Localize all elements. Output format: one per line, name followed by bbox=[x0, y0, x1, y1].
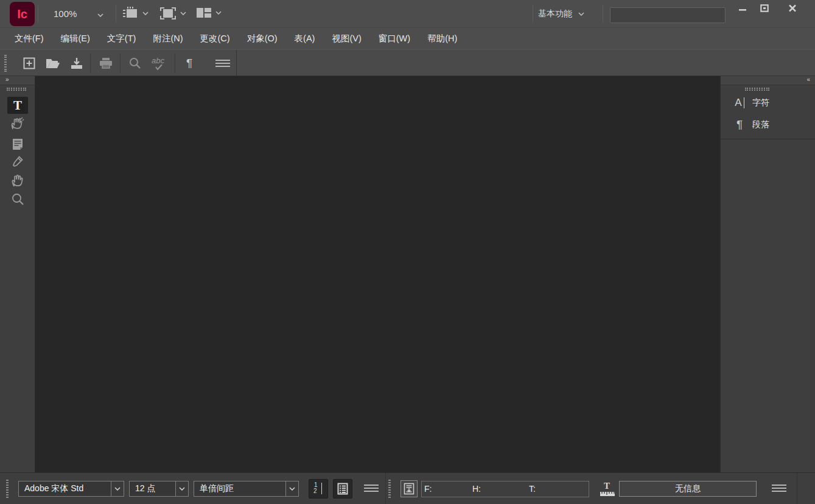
minimize-icon bbox=[738, 5, 747, 12]
zoom-tool[interactable] bbox=[7, 191, 28, 208]
workspace-switcher[interactable]: 基本功能 bbox=[538, 0, 584, 27]
dock-header: « bbox=[721, 76, 815, 85]
minimize-button[interactable] bbox=[731, 0, 754, 16]
text-depth-indicator[interactable]: T bbox=[600, 480, 615, 497]
hand-tool[interactable] bbox=[7, 172, 28, 189]
font-family-select[interactable]: Adobe 宋体 Std bbox=[18, 481, 111, 497]
font-family-dropdown-button[interactable] bbox=[111, 481, 124, 497]
print-button[interactable] bbox=[97, 54, 115, 72]
divider bbox=[90, 54, 91, 73]
divider bbox=[38, 5, 38, 23]
font-family-value: Adobe 宋体 Std bbox=[24, 483, 83, 494]
info-menu-button[interactable] bbox=[772, 485, 786, 492]
new-document-icon bbox=[23, 57, 36, 70]
menu-edit[interactable]: 编辑(E) bbox=[55, 29, 96, 48]
hand-icon bbox=[11, 173, 24, 187]
type-tool[interactable]: T bbox=[7, 97, 28, 114]
story-editor-toggle[interactable] bbox=[333, 479, 352, 499]
toolbar-drag-handle[interactable] bbox=[4, 55, 7, 72]
divider bbox=[797, 473, 797, 504]
divider bbox=[533, 5, 533, 23]
view-options-dropdown[interactable] bbox=[122, 6, 149, 21]
maximize-icon bbox=[760, 4, 769, 12]
paragraph-panel-label: 段落 bbox=[752, 119, 769, 130]
quick-toolbar: abc ¶ bbox=[0, 49, 815, 76]
character-panel-icon: A bbox=[732, 97, 747, 108]
note-hand-icon bbox=[10, 117, 25, 130]
paragraph-panel-icon: ¶ bbox=[732, 118, 747, 131]
menu-help[interactable]: 帮助(H) bbox=[421, 29, 463, 48]
hamburger-menu-icon bbox=[215, 60, 230, 67]
dock-drag-handle[interactable] bbox=[745, 88, 769, 91]
menu-changes[interactable]: 更改(C) bbox=[194, 29, 236, 48]
chevron-down-icon bbox=[114, 487, 121, 491]
search-input[interactable] bbox=[610, 7, 726, 23]
menu-file[interactable]: 文件(F) bbox=[9, 29, 50, 48]
tools-panel-drag-handle[interactable] bbox=[7, 88, 26, 91]
copyfit-t-label: T: bbox=[529, 484, 536, 494]
menu-notes[interactable]: 附注(N) bbox=[147, 29, 189, 48]
divider bbox=[603, 5, 603, 23]
leading-select[interactable]: 单倍间距 bbox=[194, 481, 286, 497]
text-options-menu-button[interactable] bbox=[364, 485, 379, 492]
menu-object[interactable]: 对象(O) bbox=[241, 29, 284, 48]
note-tool[interactable] bbox=[7, 115, 28, 132]
zoom-level-dropdown[interactable]: 100% bbox=[44, 0, 116, 27]
chevron-down-icon bbox=[289, 487, 295, 491]
zoom-icon bbox=[11, 192, 24, 206]
control-strip: Adobe 宋体 Std 12 点 单倍间距 1 2 bbox=[0, 472, 815, 504]
save-button[interactable] bbox=[68, 54, 86, 72]
font-size-select[interactable]: 12 点 bbox=[129, 481, 176, 497]
arrange-documents-icon bbox=[196, 6, 212, 19]
chevron-down-icon bbox=[179, 487, 185, 491]
spellcheck-button[interactable]: abc bbox=[150, 54, 168, 72]
chevron-down-icon bbox=[142, 12, 149, 15]
hamburger-menu-icon bbox=[364, 485, 379, 492]
maximize-button[interactable] bbox=[753, 0, 776, 16]
copyfit-drag-handle[interactable] bbox=[388, 480, 391, 498]
application-bar: Ic 100% bbox=[0, 0, 815, 27]
status-info-box: 无信息 bbox=[619, 481, 757, 497]
font-size-value: 12 点 bbox=[135, 483, 155, 494]
save-icon bbox=[69, 57, 84, 70]
incopy-logo-icon: Ic bbox=[10, 2, 35, 26]
menu-type[interactable]: 文字(T) bbox=[101, 29, 142, 48]
toolbar-menu-button[interactable] bbox=[214, 54, 232, 72]
screen-mode-dropdown[interactable] bbox=[159, 6, 186, 21]
paragraph-panel-tab[interactable]: ¶ 段落 bbox=[721, 114, 815, 136]
copyfit-icon bbox=[404, 483, 414, 495]
leading-dropdown-button[interactable] bbox=[286, 481, 299, 497]
new-document-button[interactable] bbox=[20, 54, 38, 72]
screen-mode-icon bbox=[159, 6, 177, 21]
arrange-documents-dropdown[interactable] bbox=[196, 6, 222, 19]
expand-panel-icon[interactable]: » bbox=[5, 76, 9, 83]
menu-table[interactable]: 表(A) bbox=[289, 29, 321, 48]
line-numbers-icon: 1 2 bbox=[313, 482, 323, 495]
pilcrow-icon: ¶ bbox=[186, 57, 192, 70]
line-numbers-toggle[interactable]: 1 2 bbox=[309, 479, 328, 499]
font-size-dropdown-button[interactable] bbox=[176, 481, 189, 497]
note-document-icon bbox=[12, 138, 24, 151]
close-button[interactable] bbox=[781, 0, 804, 16]
open-document-button[interactable] bbox=[44, 54, 62, 72]
story-list-icon bbox=[337, 482, 349, 495]
divider bbox=[120, 54, 121, 73]
copyfit-h-label: H: bbox=[472, 484, 481, 494]
copyfit-progress-button[interactable] bbox=[401, 480, 418, 497]
menu-window[interactable]: 窗口(W) bbox=[373, 29, 416, 48]
workspace-label: 基本功能 bbox=[538, 9, 572, 19]
chevron-down-icon bbox=[180, 12, 186, 15]
find-button[interactable] bbox=[126, 54, 144, 72]
collapse-panel-icon[interactable]: « bbox=[806, 76, 810, 83]
eyedropper-tool[interactable] bbox=[7, 153, 28, 170]
divider bbox=[116, 5, 116, 23]
notes-view-tool[interactable] bbox=[7, 136, 28, 153]
menu-view[interactable]: 视图(V) bbox=[326, 29, 367, 48]
tools-panel: » T bbox=[0, 76, 35, 472]
divider bbox=[175, 54, 175, 73]
character-panel-tab[interactable]: A 字符 bbox=[721, 92, 815, 114]
show-hidden-characters-button[interactable]: ¶ bbox=[180, 54, 198, 72]
control-strip-drag-handle[interactable] bbox=[6, 480, 9, 498]
view-options-icon bbox=[122, 6, 139, 21]
document-canvas[interactable] bbox=[35, 76, 720, 472]
